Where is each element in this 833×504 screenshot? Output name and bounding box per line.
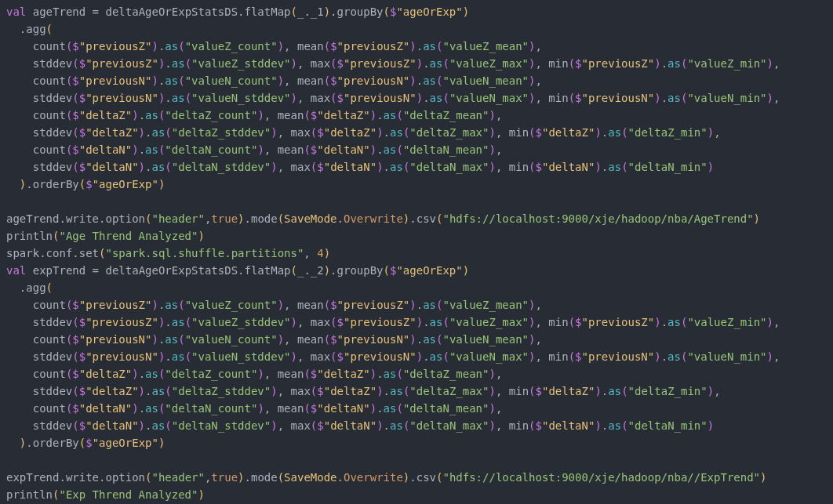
alias: "deltaN_mean" [403,402,489,415]
col-previousZ: "previousZ" [582,57,655,70]
true-literal: true [211,471,238,484]
alias: "valueN_min" [687,92,766,104]
alias: "valueN_min" [687,350,766,363]
col-deltaZ: "deltaZ" [85,385,138,397]
var-ageTrend: ageTrend [6,212,59,225]
alias: "valueZ_max" [449,316,529,328]
true-literal: true [211,212,238,225]
var-ageTrend: ageTrend [33,5,85,18]
alias: "valueZ_min" [687,57,766,70]
col-deltaN: "deltaN" [542,419,595,432]
orderby-col: "ageOrExp" [93,178,158,190]
col-previousN: "previousN" [344,350,416,363]
col-deltaN: "deltaN" [317,402,369,415]
col-deltaN: "deltaN" [542,161,595,173]
col-deltaZ: "deltaZ" [85,126,138,139]
alias: "valueN_mean" [442,333,529,346]
alias: "deltaZ_count" [165,368,257,380]
header-literal: "header" [151,212,204,225]
spark-conf-key: "spark.sql.shuffle.partitions" [105,247,304,259]
alias: "valueN_max" [449,92,529,104]
alias: "deltaN_stddev" [172,161,271,173]
alias: "valueN_mean" [442,74,529,87]
col-deltaN: "deltaN" [85,161,138,173]
alias: "deltaZ_stddev" [172,126,271,139]
col-previousZ: "previousZ" [344,316,416,328]
alias: "deltaN_max" [409,419,489,432]
col-deltaN: "deltaN" [324,161,376,173]
println-age: "Age Thrend Analyzed" [59,230,198,242]
keyword-val: val [6,5,26,18]
alias: "valueZ_stddev" [191,57,290,70]
var-expTrend: expTrend [33,264,85,277]
orderby-col: "ageOrExp" [93,437,158,449]
alias: "valueZ_count" [185,299,278,311]
header-literal: "header" [151,471,204,484]
var-expTrend: expTrend [6,471,59,484]
col-deltaZ: "deltaZ" [542,126,595,139]
col-previousN: "previousN" [85,350,158,363]
col-deltaN: "deltaN" [79,402,132,415]
col-deltaZ: "deltaZ" [317,109,369,121]
col-previousN: "previousN" [79,74,152,87]
alias: "valueN_count" [185,74,278,87]
code-editor[interactable]: val ageTrend = deltaAgeOrExpStatsDS.flat… [0,0,833,504]
col-deltaN: "deltaN" [85,419,138,432]
savemode-obj: SaveMode [284,471,336,484]
alias: "deltaZ_stddev" [172,385,271,397]
alias: "deltaZ_mean" [403,109,489,121]
col-deltaZ: "deltaZ" [79,109,132,121]
alias: "deltaZ_min" [628,126,708,139]
col-deltaN: "deltaN" [317,143,369,156]
alias: "deltaZ_count" [165,109,257,121]
hdfs-exp-path: "hdfs://localhost:9000/xje/hadoop/nba//E… [442,471,760,484]
col-previousN: "previousN" [344,92,416,104]
col-previousZ: "previousZ" [85,57,158,70]
flatmap-arg: _._1 [297,5,324,18]
col-previousZ: "previousZ" [337,40,410,53]
spark-conf-val: 4 [317,247,323,259]
col-deltaN: "deltaN" [324,419,376,432]
alias: "valueZ_mean" [442,40,529,53]
col-previousZ: "previousZ" [79,40,152,53]
groupby-col: "ageOrExp" [396,5,462,18]
println-exp: "Exp Thrend Analyzed" [59,488,198,501]
col-previousN: "previousN" [85,92,158,104]
alias: "deltaN_count" [165,143,257,156]
savemode-obj: SaveMode [284,212,336,225]
col-deltaZ: "deltaZ" [324,385,376,397]
col-previousN: "previousN" [79,333,152,346]
alias: "valueZ_max" [449,57,529,70]
alias: "deltaN_count" [165,402,257,415]
col-deltaZ: "deltaZ" [542,385,595,397]
alias: "deltaN_stddev" [172,419,271,432]
col-previousZ: "previousZ" [582,316,655,328]
hdfs-age-path: "hdfs://localhost:9000/xje/hadoop/nba/Ag… [442,212,753,225]
overwrite-const: Overwrite [344,471,403,484]
col-previousZ: "previousZ" [79,299,152,311]
source-ds: deltaAgeOrExpStatsDS [105,264,238,277]
col-previousZ: "previousZ" [344,57,416,70]
alias: "deltaZ_min" [628,385,708,397]
alias: "valueZ_stddev" [191,316,290,328]
alias: "deltaZ_max" [409,385,489,397]
overwrite-const: Overwrite [344,212,403,225]
source-ds: deltaAgeOrExpStatsDS [105,5,238,18]
groupby-col: "ageOrExp" [396,264,462,277]
alias: "deltaN_min" [628,419,708,432]
col-previousZ: "previousZ" [85,316,158,328]
alias: "deltaN_max" [409,161,489,173]
col-previousN: "previousN" [337,333,410,346]
keyword-val: val [6,264,26,277]
alias: "deltaZ_mean" [403,368,489,380]
alias: "deltaZ_max" [409,126,489,139]
alias: "deltaN_min" [628,161,708,173]
alias: "valueZ_count" [185,40,278,53]
alias: "valueN_count" [185,333,278,346]
alias: "deltaN_mean" [403,143,489,156]
col-previousZ: "previousZ" [337,299,410,311]
col-previousN: "previousN" [582,92,655,104]
col-deltaZ: "deltaZ" [317,368,369,380]
col-previousN: "previousN" [337,74,410,87]
alias: "valueZ_min" [687,316,766,328]
